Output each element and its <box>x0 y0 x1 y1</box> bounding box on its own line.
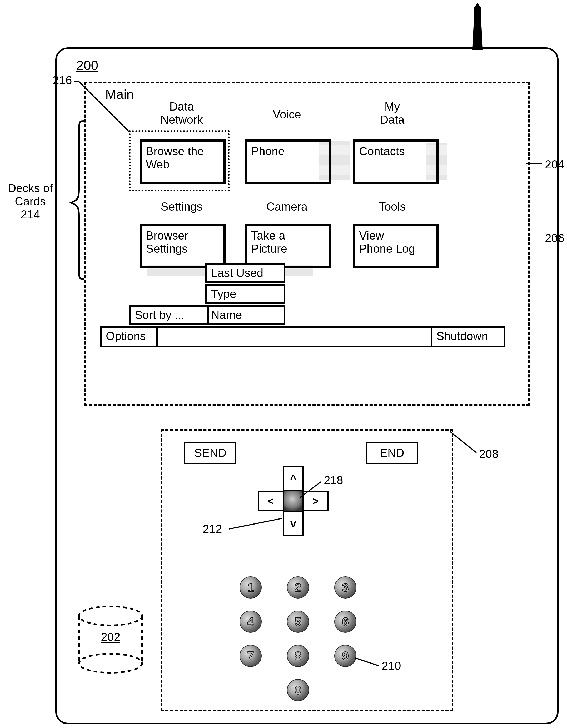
ref-label-206: 206 <box>545 232 564 245</box>
lead-lines-overlay <box>0 0 567 728</box>
ref-214-line2: Cards <box>3 195 58 208</box>
ref-label-218: 218 <box>324 474 343 487</box>
ref-214-line3: 214 <box>3 208 58 221</box>
ref-label-208: 208 <box>479 447 498 461</box>
ref-label-212: 212 <box>203 522 222 536</box>
ref-label-216: 216 <box>53 74 72 87</box>
ref-label-204: 204 <box>545 158 564 171</box>
ref-label-214: Decks of Cards 214 <box>3 182 58 221</box>
ref-214-line1: Decks of <box>3 182 58 195</box>
ref-label-210: 210 <box>382 659 401 672</box>
